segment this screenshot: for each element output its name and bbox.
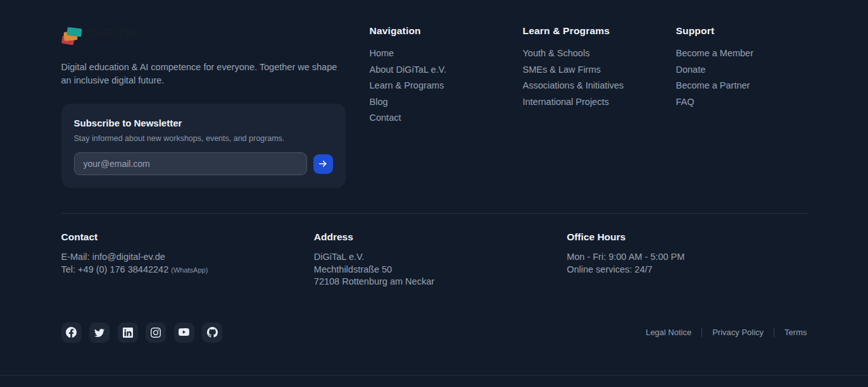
contact-block: Contact E-Mail: info@digital-ev.de Tel: … [61, 231, 301, 288]
twitter-button[interactable] [89, 322, 110, 343]
contact-email-label: E-Mail: [61, 252, 92, 262]
support-column-title: Support [676, 25, 806, 37]
arrow-right-icon [318, 159, 328, 169]
address-line-org: DiGiTaL e.V. [314, 251, 554, 264]
newsletter-email-input[interactable] [74, 152, 307, 175]
nav-column-title: Navigation [370, 25, 500, 37]
nav-link-home[interactable]: Home [370, 49, 500, 58]
contact-tel-label: Tel: [61, 264, 79, 274]
newsletter-title: Subscribe to Newsletter [74, 118, 333, 128]
footer-info-grid: Contact E-Mail: info@digital-ev.de Tel: … [61, 231, 807, 288]
legal-separator [774, 328, 774, 337]
youtube-icon [179, 327, 189, 338]
address-block: Address DiGiTaL e.V. Mechthildstraße 50 … [314, 231, 554, 288]
footer-bottom-bar: © 2025 DiGiTaL e.V. All rights reserved.… [0, 375, 868, 387]
programs-link-associations[interactable]: Associations & Initiatives [523, 81, 653, 90]
address-line-city: 72108 Rottenburg am Neckar [314, 276, 554, 288]
programs-column: Learn & Programs Youth & Schools SMEs & … [523, 25, 653, 188]
contact-email-link[interactable]: info@digital-ev.de [92, 252, 165, 262]
social-links [61, 322, 223, 343]
github-icon [207, 327, 218, 338]
newsletter-submit-button[interactable] [313, 154, 333, 174]
newsletter-form [74, 152, 333, 175]
programs-link-smes-law-firms[interactable]: SMEs & Law Firms [523, 65, 653, 74]
facebook-button[interactable] [61, 322, 82, 343]
programs-column-title: Learn & Programs [523, 25, 653, 37]
contact-whatsapp-note: (WhatsApp) [171, 266, 208, 274]
address-line-street: Mechthildstraße 50 [314, 264, 554, 276]
section-divider [61, 213, 807, 214]
contact-title: Contact [61, 231, 301, 243]
nav-link-blog[interactable]: Blog [370, 97, 500, 106]
support-link-become-member[interactable]: Become a Member [676, 49, 806, 58]
office-hours-online: Online services: 24/7 [567, 264, 807, 276]
privacy-policy-link[interactable]: Privacy Policy [712, 328, 764, 337]
nav-link-learn-programs[interactable]: Learn & Programs [370, 81, 500, 90]
legal-separator [701, 328, 702, 337]
programs-link-youth-schools[interactable]: Youth & Schools [523, 49, 653, 58]
twitter-icon [94, 328, 104, 338]
youtube-button[interactable] [174, 322, 194, 343]
nav-column: Navigation Home About DiGiTaL e.V. Learn… [370, 25, 500, 188]
legal-links: Legal Notice Privacy Policy Terms [646, 328, 807, 337]
nav-link-contact[interactable]: Contact [370, 113, 500, 122]
support-link-faq[interactable]: FAQ [676, 97, 806, 106]
office-hours-title: Office Hours [567, 231, 807, 243]
newsletter-card: Subscribe to Newsletter Stay informed ab… [61, 104, 346, 188]
terms-link[interactable]: Terms [784, 328, 807, 337]
brand-tagline: Digital education & AI competence for ev… [61, 61, 340, 87]
programs-link-international[interactable]: International Projects [523, 97, 653, 106]
facebook-icon [66, 327, 77, 338]
office-hours-weekdays: Mon - Fri: 9:00 AM - 5:00 PM [567, 251, 807, 264]
brand-logo-icon [61, 27, 84, 48]
linkedin-icon [123, 328, 133, 338]
nav-link-about[interactable]: About DiGiTaL e.V. [370, 65, 500, 74]
site-footer: DiGiTaL e.V. Digital education & AI comp… [0, 0, 868, 387]
instagram-icon [151, 328, 161, 338]
contact-tel-link[interactable]: +49 (0) 176 38442242 [78, 264, 168, 274]
brand-logo: DiGiTaL e.V. [61, 25, 346, 51]
office-hours-block: Office Hours Mon - Fri: 9:00 AM - 5:00 P… [567, 231, 807, 288]
brand-suffix: e.V. [131, 40, 140, 46]
brand-column: DiGiTaL e.V. Digital education & AI comp… [61, 25, 346, 188]
github-button[interactable] [202, 322, 222, 343]
address-title: Address [314, 231, 554, 243]
brand-wordmark: DiGiTaL [88, 25, 140, 40]
footer-top-grid: DiGiTaL e.V. Digital education & AI comp… [61, 25, 807, 188]
support-link-become-partner[interactable]: Become a Partner [676, 81, 806, 90]
legal-notice-link[interactable]: Legal Notice [646, 328, 691, 337]
social-legal-row: Legal Notice Privacy Policy Terms [61, 322, 807, 343]
linkedin-button[interactable] [118, 322, 138, 343]
support-column: Support Become a Member Donate Become a … [676, 25, 806, 188]
support-link-donate[interactable]: Donate [676, 65, 806, 74]
instagram-button[interactable] [146, 322, 166, 343]
newsletter-description: Stay informed about new workshops, event… [74, 134, 333, 143]
